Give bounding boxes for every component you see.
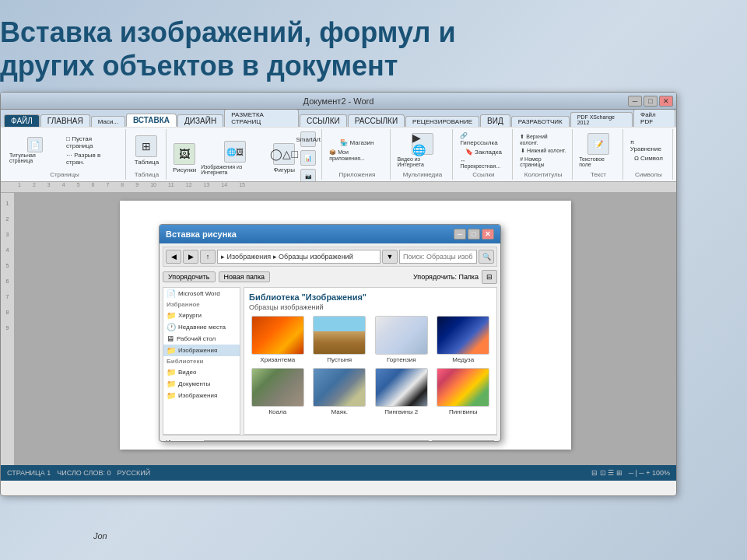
btn-chart[interactable]: 📊 bbox=[298, 149, 318, 166]
tab-design[interactable]: ДИЗАЙН bbox=[177, 114, 223, 127]
tab-references[interactable]: ССЫЛКИ bbox=[300, 114, 347, 127]
btn-footer[interactable]: ⬇ Нижний колонт. bbox=[517, 147, 569, 155]
library-title: Библиотека "Изображения" bbox=[249, 292, 492, 302]
document-page[interactable]: Вставка рисунка ─ □ ✕ ◀ ▶ bbox=[120, 201, 571, 450]
btn-symbol[interactable]: Ω Символ bbox=[628, 154, 669, 163]
tab-layout[interactable]: Маси... bbox=[91, 116, 125, 127]
dialog-title-text: Вставка рисунка bbox=[166, 229, 237, 239]
tab-mailings[interactable]: РАССЫЛКИ bbox=[348, 114, 405, 127]
sidebar-item-images[interactable]: 📁 Изображения bbox=[163, 345, 240, 356]
image-item-lighthouse[interactable]: Маяк. bbox=[311, 368, 369, 415]
btn-video[interactable]: ▶🌐 Видео из Интернета bbox=[395, 131, 449, 169]
btn-page-num[interactable]: # Номер страницы bbox=[517, 156, 569, 168]
image-item-jellyfish[interactable]: Медуза bbox=[435, 316, 493, 363]
filetype-select[interactable]: Все рисунки bbox=[432, 440, 494, 442]
slide-title: Вставка изображений, формул и других объ… bbox=[0, 16, 747, 82]
image-item-koala[interactable]: Коала bbox=[249, 368, 307, 415]
status-lang: РУССКИЙ bbox=[117, 469, 150, 477]
status-zoom: ─ | ─ + 100% bbox=[629, 469, 670, 477]
btn-page-break[interactable]: ⋯ Разрыв в стран. bbox=[64, 151, 122, 166]
maximize-button[interactable]: □ bbox=[644, 96, 658, 107]
ribbon-group-illustrations: 🖼 Рисунки 🌐🖼 Изображения из Интернета ◯△… bbox=[168, 129, 322, 180]
dialog-address-toolbar: ◀ ▶ ↑ ▸ Изображения ▸ Образцы изображени… bbox=[163, 247, 497, 267]
sidebar-item-desktop[interactable]: 🖥 Рабочий стол bbox=[163, 333, 240, 345]
sidebar-item-documents[interactable]: 📁 Документы bbox=[163, 378, 240, 390]
btn-crossref[interactable]: ↔ Перекрестная... bbox=[458, 157, 509, 170]
btn-screenshot[interactable]: 📷 bbox=[298, 168, 318, 181]
btn-store[interactable]: 🏪 Магазин bbox=[327, 138, 387, 147]
btn-shapes[interactable]: ◯△□ Фигуры bbox=[272, 142, 296, 175]
btn-textbox[interactable]: 📝 Текстовое поле bbox=[577, 131, 619, 169]
tab-file[interactable]: ФАЙЛ bbox=[4, 114, 40, 127]
dialog-organize-button[interactable]: Упорядочить bbox=[163, 271, 216, 282]
image-item-hydrangeas[interactable]: Гортензия bbox=[373, 316, 430, 363]
title-heading: Вставка изображений, формул и других объ… bbox=[0, 16, 747, 82]
sidebar-item-video[interactable]: 📁 Видео bbox=[163, 366, 240, 378]
ribbon: ФАЙЛ ГЛАВНАЯ Маси... ВСТАВКА ДИЗАЙН РАЗМ… bbox=[1, 110, 676, 182]
btn-equation[interactable]: π Уравнение bbox=[628, 138, 669, 153]
btn-table[interactable]: ⊞ Таблица bbox=[133, 134, 160, 167]
dialog-search-button[interactable]: 🔍 bbox=[479, 250, 494, 264]
close-button[interactable]: ✕ bbox=[659, 96, 673, 107]
sidebar-item-favorites-hirurgi[interactable]: 📁 Хирурги bbox=[163, 310, 240, 321]
status-view-icons: ⊟ ⊡ ☰ ⊞ bbox=[591, 469, 622, 477]
sidebar-item-images2[interactable]: 📁 Изображения bbox=[163, 390, 240, 401]
dialog-close[interactable]: ✕ bbox=[482, 229, 494, 240]
btn-pictures[interactable]: 🖼 Рисунки bbox=[171, 142, 198, 175]
image-item-chrysanthemum[interactable]: Хризантема bbox=[249, 316, 307, 363]
btn-online-pictures[interactable]: 🌐🖼 Изображения из Интернета bbox=[199, 139, 270, 177]
tab-view[interactable]: ВИД bbox=[480, 114, 510, 127]
dialog-view-button[interactable]: ⊟ bbox=[482, 270, 497, 284]
dialog-secondary-toolbar: Упорядочить Новая папка Упорядочить: Пап… bbox=[163, 270, 497, 284]
btn-bookmark[interactable]: 🔖 Закладка bbox=[458, 148, 509, 156]
image-grid: Хризантема Пустыня bbox=[249, 316, 492, 415]
dialog-new-folder-button[interactable]: Новая папка bbox=[219, 271, 270, 282]
dialog-minimize[interactable]: ─ bbox=[454, 229, 466, 240]
btn-my-apps[interactable]: 📦 Мои приложения... bbox=[327, 149, 387, 162]
minimize-button[interactable]: ─ bbox=[628, 96, 642, 107]
filename-row: Имя файла: Все рисунки bbox=[166, 439, 494, 442]
document-area: 1 2 3 4 5 6 7 8 9 Вставка рисунка bbox=[1, 193, 676, 465]
ribbon-group-links: 🔗 Гиперссылка 🔖 Закладка ↔ Перекрестная.… bbox=[454, 129, 513, 180]
sidebar-item-msword[interactable]: 📄 Microsoft Word bbox=[163, 288, 240, 299]
dialog-path-arrow[interactable]: ▼ bbox=[382, 250, 398, 264]
ribbon-tabs: ФАЙЛ ГЛАВНАЯ Маси... ВСТАВКА ДИЗАЙН РАЗМ… bbox=[1, 110, 676, 127]
btn-title-page[interactable]: 📄 Титульная страница bbox=[7, 136, 62, 164]
ribbon-toolbar: 📄 Титульная страница □ Пустая страница ⋯… bbox=[1, 127, 676, 181]
filename-label: Имя файла: bbox=[166, 439, 201, 442]
image-item-desert[interactable]: Пустыня bbox=[311, 316, 369, 363]
dialog-footer: Имя файла: Все рисунки Сервис Вс bbox=[163, 435, 497, 442]
dialog-maximize[interactable]: □ bbox=[468, 229, 480, 240]
dialog-back-button[interactable]: ◀ bbox=[166, 250, 181, 264]
dialog-forward-button[interactable]: ▶ bbox=[183, 250, 198, 264]
image-item-penguins[interactable]: Пингвины bbox=[435, 368, 493, 415]
tab-home[interactable]: ГЛАВНАЯ bbox=[40, 114, 90, 127]
library-subtitle: Образцы изображений bbox=[249, 303, 492, 311]
status-page: СТРАНИЦА 1 bbox=[7, 469, 51, 477]
tab-insert[interactable]: ВСТАВКА bbox=[126, 114, 177, 127]
tab-page-layout[interactable]: РАЗМЕТКА СТРАНИЦ bbox=[224, 109, 299, 127]
filename-input[interactable] bbox=[204, 440, 429, 442]
btn-smartart[interactable]: SmartArt bbox=[298, 131, 318, 148]
tab-pdf[interactable]: PDF XSchange 2012 bbox=[570, 112, 633, 127]
dialog-title-bar: Вставка рисунка ─ □ ✕ bbox=[160, 225, 500, 243]
insert-image-dialog[interactable]: Вставка рисунка ─ □ ✕ ◀ ▶ bbox=[159, 224, 501, 442]
dialog-arrange-label: Упорядочить: Папка bbox=[413, 273, 479, 281]
horizontal-ruler: 123456789101112131415 bbox=[1, 182, 676, 193]
image-item-penguins2[interactable]: Пингвины 2 bbox=[373, 368, 430, 415]
btn-header[interactable]: ⬆ Верхний колонт. bbox=[517, 133, 569, 146]
dialog-up-button[interactable]: ↑ bbox=[200, 250, 216, 264]
window-controls: ─ □ ✕ bbox=[628, 96, 673, 107]
table-group-label: Таблица bbox=[135, 171, 159, 178]
dialog-window-controls: ─ □ ✕ bbox=[454, 229, 494, 240]
dialog-path[interactable]: ▸ Изображения ▸ Образцы изображений bbox=[217, 250, 381, 264]
btn-blank-page[interactable]: □ Пустая страница bbox=[64, 135, 122, 150]
tab-review[interactable]: РЕЦЕНЗИРОВАНИЕ bbox=[405, 116, 479, 127]
sidebar-item-recent[interactable]: 🕐 Недавние места bbox=[163, 321, 240, 333]
tab-dev[interactable]: РАЗРАБОТЧИК bbox=[511, 116, 570, 127]
left-ruler: 1 2 3 4 5 6 7 8 9 bbox=[1, 193, 15, 465]
btn-hyperlink[interactable]: 🔗 Гиперссылка bbox=[458, 131, 509, 147]
tab-filepdf[interactable]: Файл PDF bbox=[633, 109, 675, 127]
ribbon-group-pages: 📄 Титульная страница □ Пустая страница ⋯… bbox=[4, 129, 126, 180]
dialog-search-input[interactable] bbox=[399, 250, 477, 264]
